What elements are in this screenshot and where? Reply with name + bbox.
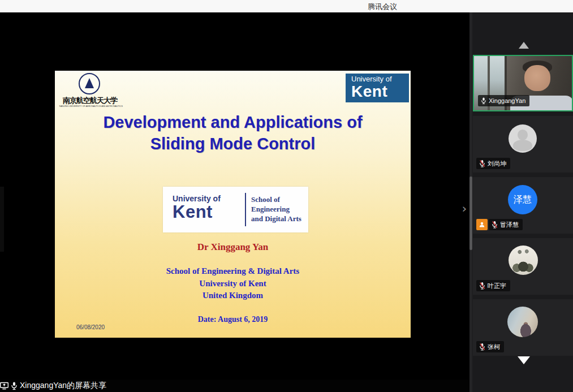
participant-name-badge: 叶正宇 bbox=[476, 280, 510, 291]
sidebar-scrollbar-thumb[interactable] bbox=[469, 176, 472, 250]
participant-name-badge: XinggangYan bbox=[478, 95, 529, 106]
slide-title: Development and Applications of Sliding … bbox=[55, 111, 411, 154]
dept-kent-line2: Kent bbox=[173, 203, 221, 221]
host-icon bbox=[476, 219, 488, 230]
participant-name: 叶正宇 bbox=[488, 282, 506, 290]
mic-muted-icon bbox=[479, 282, 485, 290]
mic-icon bbox=[481, 97, 486, 105]
mic-muted-icon bbox=[479, 160, 485, 167]
participant-name: 冒泽慧 bbox=[500, 221, 519, 229]
mic-muted-icon bbox=[479, 343, 485, 351]
screen-share-statusbar: XinggangYan的屏幕共享 bbox=[0, 380, 469, 392]
participants-sidebar: XinggangYan 刘尚坤 泽慧 bbox=[469, 12, 573, 392]
chevron-right-icon[interactable]: › bbox=[458, 197, 471, 221]
logo-divider bbox=[245, 193, 246, 226]
kent-department-logo: University of Kent School of Engineering… bbox=[163, 187, 308, 232]
presentation-slide: 南京航空航天大学 NANJING UNIVERSITY OF AERONAUTI… bbox=[55, 71, 411, 338]
dept-line3: and Digital Arts bbox=[251, 214, 301, 223]
participant-name: 张柯 bbox=[488, 343, 500, 351]
kent-logo-line1: University of bbox=[351, 75, 409, 83]
app-title: 腾讯会议 bbox=[368, 2, 397, 12]
kent-logo-line2: Kent bbox=[351, 83, 409, 100]
participant-tile-yezhengyu[interactable]: 叶正宇 bbox=[473, 238, 573, 295]
avatar bbox=[509, 245, 538, 275]
window-titlebar: 腾讯会议 bbox=[0, 0, 573, 12]
participant-tile-zhangke[interactable]: 张柯 bbox=[473, 299, 573, 356]
affiliation-line2: University of Kent bbox=[55, 279, 411, 288]
slide-title-line1: Development and Applications of bbox=[55, 111, 411, 133]
nuaa-name-chinese: 南京航空航天大学 bbox=[57, 96, 123, 106]
avatar: 泽慧 bbox=[508, 185, 537, 214]
participant-tile-xinggangyan[interactable]: XinggangYan bbox=[473, 55, 573, 111]
participant-name-badge: 刘尚坤 bbox=[476, 158, 510, 169]
slide-title-line2: Sliding Mode Control bbox=[55, 133, 411, 154]
affiliation-line3: United Kingdom bbox=[55, 291, 411, 300]
dept-line1: School of bbox=[251, 195, 301, 204]
scroll-up-icon[interactable] bbox=[519, 42, 529, 49]
participant-tile-maozehui[interactable]: 泽慧 冒泽慧 bbox=[473, 177, 573, 234]
nuaa-emblem-icon bbox=[79, 73, 100, 94]
participant-name-badge: 张柯 bbox=[476, 341, 504, 352]
shared-screen-area: 南京航空航天大学 NANJING UNIVERSITY OF AERONAUTI… bbox=[0, 12, 469, 392]
participant-tile-liushangkun[interactable]: 刘尚坤 bbox=[473, 116, 573, 173]
sharing-status-text: XinggangYan的屏幕共享 bbox=[20, 381, 106, 391]
presenter-name: Dr Xinggang Yan bbox=[55, 242, 411, 253]
left-edge-panel-hint bbox=[0, 187, 4, 252]
scroll-down-icon[interactable] bbox=[518, 356, 530, 364]
nuaa-name-english: NANJING UNIVERSITY OF AERONAUTICS AND AS… bbox=[58, 105, 124, 107]
participant-name: XinggangYan bbox=[489, 97, 525, 104]
participant-name: 刘尚坤 bbox=[488, 160, 506, 168]
avatar bbox=[507, 307, 538, 337]
slide-footer-date: 06/08/2020 bbox=[76, 324, 105, 330]
presentation-date: Date: August 6, 2019 bbox=[55, 315, 411, 324]
affiliation-line1: School of Engineering & Digital Arts bbox=[55, 266, 411, 276]
sidebar-scrollbar[interactable] bbox=[469, 12, 472, 392]
dept-line2: Engineering bbox=[251, 204, 301, 214]
meeting-window: 腾讯会议 南京航空航天大学 NANJING UNIVERSITY OF AERO… bbox=[0, 0, 573, 392]
nuaa-logo: 南京航空航天大学 NANJING UNIVERSITY OF AERONAUTI… bbox=[57, 72, 123, 111]
mic-icon bbox=[11, 381, 18, 390]
share-screen-icon bbox=[0, 382, 8, 390]
person-avatar-icon bbox=[509, 124, 537, 153]
kent-logo: University of Kent bbox=[346, 74, 409, 102]
mic-muted-icon bbox=[492, 221, 498, 229]
participant-name-badge: 冒泽慧 bbox=[489, 219, 523, 230]
